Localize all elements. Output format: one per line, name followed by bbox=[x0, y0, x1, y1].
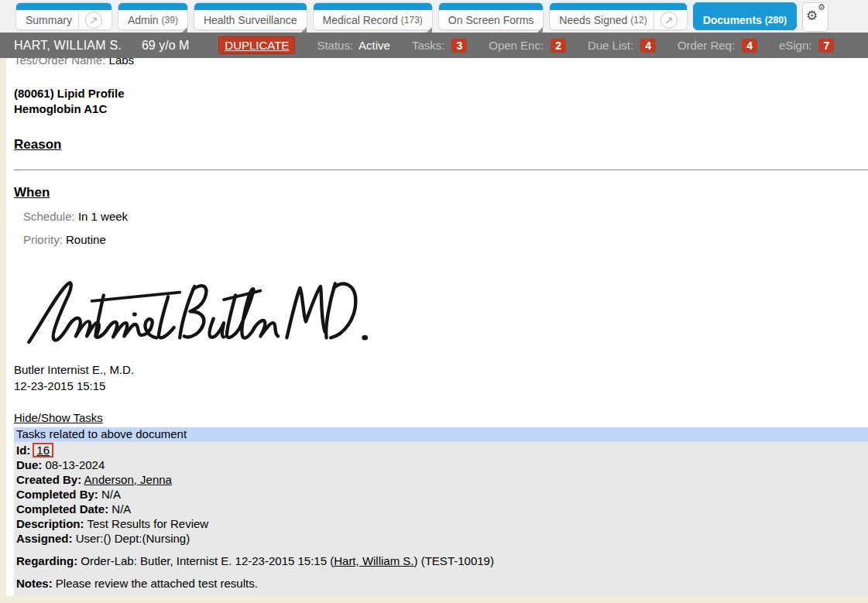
tab-label: On Screen Forms bbox=[448, 14, 533, 26]
signed-datetime: 12-23-2015 15:15 bbox=[14, 378, 868, 394]
tab-count: (280) bbox=[765, 15, 787, 26]
tab-bar: Summary ↗ Admin (39) Health Surveillance… bbox=[0, 0, 868, 33]
tab-documents[interactable]: Documents (280) bbox=[693, 2, 797, 30]
priority-line: Priority: Routine bbox=[23, 232, 868, 247]
tab-count: (173) bbox=[401, 15, 423, 26]
tab-accent-bar bbox=[439, 3, 543, 10]
task-created-by-line: Created By: Anderson, Jenna bbox=[16, 472, 868, 487]
patient-name: HART, WILLIAM S. bbox=[14, 39, 122, 53]
task-assigned-value: User:() Dept:(Nursing) bbox=[76, 532, 190, 545]
task-regarding-prefix: Order-Lab: Butler, Internist E. 12-23-20… bbox=[81, 554, 334, 567]
reason-heading: Reason bbox=[14, 137, 868, 152]
tasks-panel: Id:16 Due: 08-13-2024 Created By: Anders… bbox=[14, 442, 868, 596]
tab-divider bbox=[654, 11, 654, 29]
tab-needs-signed[interactable]: Needs Signed (12) ↗ bbox=[549, 2, 687, 30]
task-completed-by-label: Completed By: bbox=[16, 488, 98, 501]
popout-icon[interactable]: ↗ bbox=[85, 12, 102, 29]
tab-count: (12) bbox=[630, 15, 647, 26]
tab-label: Needs Signed bbox=[559, 14, 627, 26]
task-description-line: Description: Test Results for Review bbox=[16, 516, 868, 531]
task-due-line: Due: 08-13-2024 bbox=[16, 457, 868, 472]
task-completed-date-line: Completed Date: N/A bbox=[16, 502, 868, 516]
task-notes-label: Notes: bbox=[16, 577, 53, 590]
task-created-by-link[interactable]: Anderson, Jenna bbox=[84, 473, 172, 486]
open-enc-label: Open Enc: bbox=[489, 39, 544, 52]
tasks-count-badge[interactable]: 3 bbox=[451, 39, 467, 53]
patient-demographics: 69 y/o M bbox=[142, 39, 189, 53]
order-name-value: Labs bbox=[109, 58, 135, 67]
task-id-link[interactable]: 16 bbox=[36, 444, 50, 457]
esign-count-badge[interactable]: 7 bbox=[818, 39, 834, 53]
order-req-count-badge[interactable]: 4 bbox=[742, 39, 757, 53]
order-item: (80061) Lipid Profile bbox=[14, 86, 868, 101]
status-value: Active bbox=[359, 39, 390, 52]
content-frame: Test/Order Name: Labs (80061) Lipid Prof… bbox=[0, 58, 868, 603]
tab-accent-bar bbox=[118, 3, 187, 10]
document-panel: Test/Order Name: Labs (80061) Lipid Prof… bbox=[6, 58, 868, 596]
task-regarding-patient-link[interactable]: Hart, William S. bbox=[334, 554, 413, 567]
tasks-label: Tasks: bbox=[412, 39, 445, 52]
tab-summary[interactable]: Summary ↗ bbox=[15, 2, 112, 30]
task-completed-by-value: N/A bbox=[101, 488, 121, 501]
schedule-label: Schedule: bbox=[23, 210, 75, 223]
patient-banner: HART, WILLIAM S. 69 y/o M DUPLICATE Stat… bbox=[0, 33, 868, 58]
open-enc-count-badge[interactable]: 2 bbox=[551, 39, 566, 53]
section-divider bbox=[14, 170, 868, 170]
tab-label: Medical Record bbox=[323, 14, 398, 26]
duplicate-badge[interactable]: DUPLICATE bbox=[218, 36, 295, 54]
order-item: Hemoglobin A1C bbox=[14, 101, 868, 117]
popout-icon[interactable]: ↗ bbox=[660, 12, 678, 29]
task-due-label: Due: bbox=[16, 458, 42, 471]
priority-label: Priority: bbox=[23, 233, 63, 246]
dropdown-fold-icon[interactable] bbox=[427, 27, 432, 33]
order-name-line: Test/Order Name: Labs bbox=[14, 58, 868, 68]
tab-accent-bar bbox=[16, 3, 112, 10]
schedule-line: Schedule: In 1 week bbox=[23, 209, 868, 224]
task-id-line: Id:16 bbox=[16, 443, 868, 457]
tab-accent-bar bbox=[194, 3, 307, 10]
task-id-highlight-box: 16 bbox=[33, 443, 53, 457]
tab-health-surveillance[interactable]: Health Surveillance bbox=[194, 2, 307, 30]
task-notes-value: Please review the attached test results. bbox=[56, 577, 258, 590]
task-regarding-line: Regarding: Order-Lab: Butler, Internist … bbox=[16, 553, 868, 568]
order-req-label: Order Req: bbox=[678, 39, 735, 52]
schedule-value: In 1 week bbox=[78, 210, 128, 223]
task-completed-date-label: Completed Date: bbox=[16, 502, 108, 516]
order-name-label: Test/Order Name: bbox=[14, 58, 105, 67]
signature-image bbox=[15, 273, 378, 355]
due-list-count-badge[interactable]: 4 bbox=[640, 39, 656, 53]
tab-label: Documents bbox=[703, 14, 762, 26]
task-completed-date-value: N/A bbox=[112, 502, 131, 516]
task-regarding-label: Regarding: bbox=[16, 554, 77, 567]
tab-label: Admin bbox=[128, 14, 159, 26]
task-assigned-label: Assigned: bbox=[16, 532, 73, 545]
dropdown-fold-icon[interactable] bbox=[537, 27, 543, 33]
status-label: Status: bbox=[317, 39, 353, 52]
due-list-label: Due List: bbox=[588, 39, 633, 52]
task-assigned-line: Assigned: User:() Dept:(Nursing) bbox=[16, 531, 868, 546]
task-due-value: 08-13-2024 bbox=[46, 458, 105, 471]
esign-label: eSign: bbox=[779, 39, 812, 52]
gears-icon: ⚙⚙ bbox=[807, 9, 824, 26]
task-description-label: Description: bbox=[16, 517, 84, 530]
task-created-by-label: Created By: bbox=[16, 473, 81, 486]
task-id-label: Id: bbox=[16, 444, 30, 457]
tab-divider bbox=[78, 11, 79, 29]
priority-value: Routine bbox=[66, 233, 106, 246]
dropdown-fold-icon[interactable] bbox=[182, 27, 187, 33]
tasks-header-row: Tasks related to above document bbox=[14, 427, 868, 442]
tab-label: Health Surveillance bbox=[204, 14, 297, 26]
tab-accent-bar bbox=[550, 3, 686, 10]
tab-accent-bar bbox=[314, 3, 432, 10]
settings-button[interactable]: ⚙⚙ bbox=[802, 2, 829, 32]
signer-name: Butler Internist E., M.D. bbox=[14, 361, 868, 378]
task-completed-by-line: Completed By: N/A bbox=[16, 487, 868, 502]
dropdown-fold-icon[interactable] bbox=[301, 27, 307, 33]
hide-show-tasks-link[interactable]: Hide/Show Tasks bbox=[14, 411, 103, 425]
tab-medical-record[interactable]: Medical Record (173) bbox=[313, 2, 433, 30]
task-regarding-suffix: ) (TEST-10019) bbox=[414, 554, 494, 567]
tab-label: Summary bbox=[26, 14, 72, 26]
task-notes-line: Notes: Please review the attached test r… bbox=[16, 576, 868, 591]
tab-on-screen-forms[interactable]: On Screen Forms bbox=[438, 2, 544, 30]
tab-admin[interactable]: Admin (39) bbox=[118, 2, 188, 30]
